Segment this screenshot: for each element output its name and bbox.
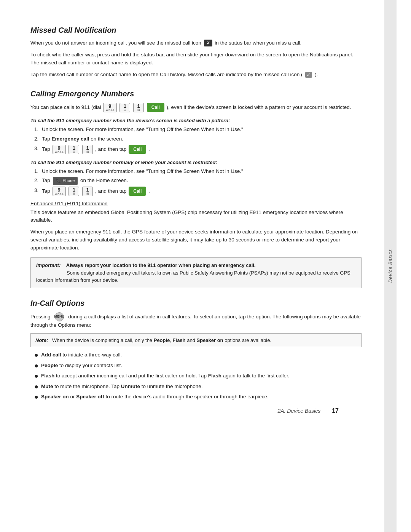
phone-icon: 📞 (56, 177, 61, 184)
footer-label: 2A. Device Basics (277, 408, 320, 414)
missed-call-title: Missed Call Notification (30, 26, 362, 35)
key-1-r2: 1⊞ (82, 187, 93, 196)
missed-call-para3: Tap the missed call number or contact na… (30, 71, 362, 79)
pattern-header: To call the 911 emergency number when th… (30, 118, 362, 123)
restricted-header: To call the 911 emergency number normall… (30, 160, 362, 165)
e911-para1: This device features an embedded Global … (30, 209, 362, 225)
important-box: Important: Always report your location t… (30, 257, 362, 288)
key-1-r: 1⊞ (68, 187, 79, 196)
pattern-step-2: 2.Tap Emergency call on the screen. (34, 135, 362, 143)
key-1b: 1⊞ (133, 103, 144, 112)
missed-call-icon (204, 40, 212, 46)
key-9-step: 9WXYZ (53, 145, 66, 154)
page-container: Missed Call Notification When you do not… (0, 0, 411, 532)
key-9: 9WXYZ (103, 103, 116, 112)
restricted-steps: 1.Unlock the screen. For more informatio… (34, 168, 362, 196)
important-bold: Always report your location to the 911 o… (66, 262, 256, 268)
missed-call-para2: To check who the caller was, press and h… (30, 51, 362, 67)
option-mute: ● Mute to mute the microphone. Tap Unmut… (34, 383, 362, 391)
in-call-title: In-Call Options (30, 299, 362, 308)
pattern-steps: 1.Unlock the screen. For more informatio… (34, 126, 362, 154)
key-1-step: 1⊞ (68, 145, 79, 154)
key-9-r: 9WXYZ (53, 187, 66, 196)
note-box: Note: When the device is completing a ca… (30, 333, 362, 348)
restricted-step-3: 3. Tap 9WXYZ 1⊞ 1⊞ , and then tap Call . (34, 187, 362, 196)
footer: 2A. Device Basics 17 (30, 404, 362, 422)
call-button-inline: Call (147, 103, 164, 112)
important-label: Important: (36, 262, 61, 268)
emergency-title: Calling Emergency Numbers (30, 89, 362, 98)
missed-call-para1: When you do not answer an incoming call,… (30, 39, 362, 47)
in-call-section: In-Call Options Pressing MENU during a c… (30, 299, 362, 401)
emergency-intro: You can place calls to 911 (dial 9WXYZ 1… (30, 103, 362, 112)
footer-page: 17 (332, 407, 339, 414)
option-add-call: ● Add call to initiate a three-way call. (34, 351, 362, 359)
main-content: Missed Call Notification When you do not… (0, 0, 384, 532)
e911-para2: When you place an emergency 911 call, th… (30, 228, 362, 252)
pattern-step-1: 1.Unlock the screen. For more informatio… (34, 126, 362, 134)
key-1a: 1⊞ (119, 103, 130, 112)
note-label: Note: (35, 337, 48, 343)
in-call-para: Pressing MENU during a call displays a l… (30, 312, 362, 329)
restricted-step-1: 1.Unlock the screen. For more informatio… (34, 168, 362, 176)
pattern-step-3: 3. Tap 9WXYZ 1⊞ 1⊞ , and then tap Call . (34, 145, 362, 154)
side-tab-label: Device Basics (388, 249, 393, 283)
options-list: ● Add call to initiate a three-way call.… (34, 351, 362, 401)
phone-button: 📞 Phone (53, 177, 78, 185)
option-people: ● People to display your contacts list. (34, 362, 362, 370)
missed-call-section: Missed Call Notification When you do not… (30, 26, 362, 79)
option-speaker: ● Speaker on or Speaker off to route the… (34, 393, 362, 401)
option-flash: ● Flash to accept another incoming call … (34, 372, 362, 380)
menu-button-icon: MENU (55, 312, 64, 321)
missed-call-icon2 (305, 72, 312, 78)
key-1-step2: 1⊞ (82, 145, 93, 154)
emergency-section: Calling Emergency Numbers You can place … (30, 89, 362, 288)
call-button-step3: Call (129, 145, 146, 154)
e911-heading: Enhanced 911 (E911) Information (30, 201, 362, 206)
side-tab: Device Basics (384, 0, 397, 532)
restricted-step-2: 2. Tap 📞 Phone on the Home screen. (34, 177, 362, 185)
call-button-r: Call (129, 187, 146, 196)
